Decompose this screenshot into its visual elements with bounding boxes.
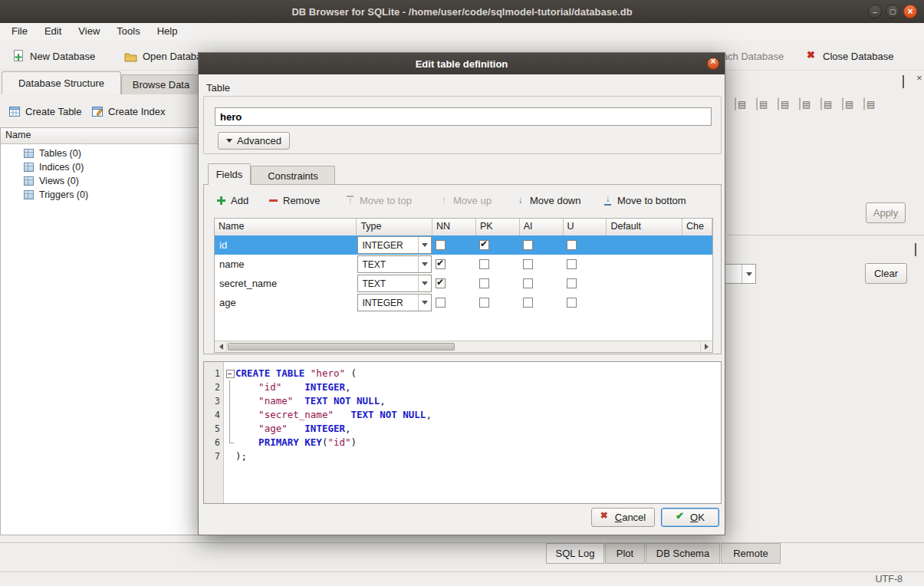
menu-file[interactable]: File xyxy=(3,23,36,41)
field-check-cell[interactable] xyxy=(682,255,712,274)
tab-constraints[interactable]: Constraints xyxy=(251,166,335,185)
dialog-titlebar[interactable]: Edit table definition xyxy=(199,53,725,74)
column-header-ai[interactable]: AI xyxy=(520,219,564,235)
u-checkbox[interactable] xyxy=(567,240,577,250)
table-name-input[interactable] xyxy=(215,107,712,126)
field-name-cell[interactable]: age xyxy=(215,293,357,312)
field-name-cell[interactable]: name xyxy=(215,255,357,274)
field-type-combobox[interactable]: TEXT xyxy=(357,255,432,273)
fold-marker-icon[interactable] xyxy=(224,367,235,380)
field-name-cell[interactable]: secret_name xyxy=(215,274,357,293)
column-header-nn[interactable]: NN xyxy=(432,219,476,235)
ok-button[interactable]: OK xyxy=(661,508,719,527)
field-row[interactable]: id INTEGER xyxy=(215,235,712,255)
u-checkbox[interactable] xyxy=(567,278,577,288)
tab-sql-log[interactable]: SQL Log xyxy=(546,543,604,564)
line-number: 7 xyxy=(204,449,224,463)
create-index-button[interactable]: Create Index xyxy=(89,101,168,121)
add-field-button[interactable]: Add xyxy=(216,191,248,209)
tab-db-schema[interactable]: DB Schema xyxy=(646,543,720,564)
field-default-cell[interactable] xyxy=(607,235,682,255)
clear-button[interactable]: Clear xyxy=(865,263,907,284)
move-up-button[interactable]: Move up xyxy=(439,191,492,209)
field-type-combobox[interactable]: INTEGER xyxy=(357,294,432,311)
advanced-button[interactable]: Advanced xyxy=(218,132,290,150)
close-database-button[interactable]: Close Database xyxy=(804,46,897,66)
tab-remote[interactable]: Remote xyxy=(721,543,781,564)
chevron-down-icon[interactable] xyxy=(418,295,431,311)
field-check-cell[interactable] xyxy=(682,293,712,312)
sql-token: TEXT NOT NULL xyxy=(304,395,380,407)
menu-help[interactable]: Help xyxy=(149,23,186,41)
cell-editor-toolbar-icon[interactable] xyxy=(735,97,736,110)
minimize-icon[interactable] xyxy=(868,5,882,18)
apply-button[interactable]: Apply xyxy=(866,202,906,223)
nn-checkbox[interactable] xyxy=(436,259,446,269)
window-titlebar[interactable]: DB Browser for SQLite - /home/user/code/… xyxy=(0,0,924,23)
horizontal-scrollbar[interactable] xyxy=(215,341,712,352)
tab-plot[interactable]: Plot xyxy=(605,543,645,564)
pk-checkbox[interactable] xyxy=(479,259,489,269)
ai-checkbox[interactable] xyxy=(523,240,533,250)
move-down-button[interactable]: Move down xyxy=(515,191,580,209)
create-table-button[interactable]: Create Table xyxy=(6,101,84,121)
new-database-button[interactable]: New Database xyxy=(9,46,98,66)
cancel-button[interactable]: Cancel xyxy=(591,508,655,527)
menu-edit[interactable]: Edit xyxy=(36,23,70,41)
ai-checkbox[interactable] xyxy=(523,298,533,308)
chevron-down-icon[interactable] xyxy=(418,275,431,291)
tab-fields[interactable]: Fields xyxy=(208,163,251,185)
pk-checkbox[interactable] xyxy=(479,278,489,288)
field-type-combobox[interactable]: INTEGER xyxy=(357,236,432,254)
u-checkbox[interactable] xyxy=(567,298,577,308)
column-header-default[interactable]: Default xyxy=(607,219,682,235)
field-row[interactable]: age INTEGER xyxy=(215,293,712,312)
tab-database-structure[interactable]: Database Structure xyxy=(2,71,121,94)
nn-checkbox[interactable] xyxy=(436,278,446,288)
fold-guide xyxy=(224,408,235,422)
scroll-right-icon[interactable] xyxy=(700,341,712,352)
field-default-cell[interactable] xyxy=(607,293,682,312)
chevron-down-icon[interactable] xyxy=(418,256,431,272)
field-type-combobox[interactable]: TEXT xyxy=(357,275,432,292)
column-header-type[interactable]: Type xyxy=(357,219,432,235)
field-check-cell[interactable] xyxy=(682,235,712,255)
ai-checkbox[interactable] xyxy=(523,259,533,269)
cell-editor-toolbar-icon[interactable] xyxy=(778,97,779,110)
nn-checkbox[interactable] xyxy=(436,298,446,308)
close-window-icon[interactable] xyxy=(903,5,917,18)
field-row[interactable]: secret_name TEXT xyxy=(215,274,712,293)
pk-checkbox[interactable] xyxy=(479,298,489,308)
cell-editor-toolbar-icon[interactable] xyxy=(799,97,801,110)
maximize-icon[interactable] xyxy=(886,5,899,18)
scrollbar-thumb[interactable] xyxy=(228,343,455,351)
pk-checkbox[interactable] xyxy=(479,240,489,250)
field-check-cell[interactable] xyxy=(682,274,712,293)
cell-editor-toolbar-icon[interactable] xyxy=(863,97,865,110)
dock-float-icon[interactable] xyxy=(915,243,916,256)
column-header-name[interactable]: Name xyxy=(215,219,357,235)
u-checkbox[interactable] xyxy=(567,259,577,269)
field-default-cell[interactable] xyxy=(607,255,682,274)
cell-editor-toolbar-icon[interactable] xyxy=(756,97,758,110)
scroll-left-icon[interactable] xyxy=(215,341,227,352)
move-to-top-button[interactable]: Move to top xyxy=(345,191,412,209)
cell-editor-toolbar-icon[interactable] xyxy=(842,97,843,110)
ai-checkbox[interactable] xyxy=(523,278,533,288)
remove-field-button[interactable]: Remove xyxy=(268,191,320,209)
field-row[interactable]: name TEXT xyxy=(215,255,712,274)
dock-float-icon[interactable] xyxy=(903,75,904,88)
column-header-u[interactable]: U xyxy=(564,219,607,235)
field-name-cell[interactable]: id xyxy=(215,235,357,255)
nn-checkbox[interactable] xyxy=(436,240,446,250)
field-default-cell[interactable] xyxy=(607,274,682,293)
menu-tools[interactable]: Tools xyxy=(108,23,148,41)
tab-browse-data[interactable]: Browse Data xyxy=(121,74,201,94)
move-to-bottom-button[interactable]: Move to bottom xyxy=(603,191,686,209)
column-header-check[interactable]: Che xyxy=(682,219,712,235)
column-header-pk[interactable]: PK xyxy=(476,219,520,235)
dialog-close-icon[interactable] xyxy=(707,58,719,70)
menu-view[interactable]: View xyxy=(70,23,108,41)
chevron-down-icon[interactable] xyxy=(418,237,431,253)
cell-editor-toolbar-icon[interactable] xyxy=(820,97,822,110)
